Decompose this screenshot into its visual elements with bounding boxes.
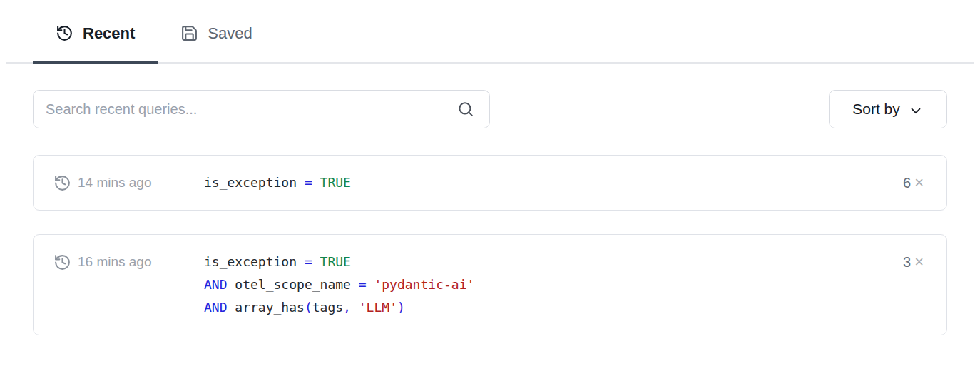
history-icon	[53, 253, 71, 271]
code-line: is_exception = TRUE	[204, 171, 903, 194]
query-meta: 14 mins ago	[53, 171, 204, 194]
search-input[interactable]	[33, 90, 490, 128]
tab-recent[interactable]: Recent	[33, 0, 158, 62]
query-card[interactable]: 16 mins ago is_exception = TRUEAND otel_…	[33, 234, 947, 335]
chevron-down-icon	[908, 103, 924, 118]
multiply-icon: ×	[914, 173, 924, 192]
query-card[interactable]: 14 mins ago is_exception = TRUE 6 ×	[33, 155, 947, 211]
recent-queries-panel: Recent Saved Sort by	[0, 0, 980, 335]
query-timestamp: 16 mins ago	[78, 254, 152, 270]
tab-recent-label: Recent	[83, 24, 135, 43]
query-code: is_exception = TRUE	[204, 171, 903, 194]
query-timestamp: 14 mins ago	[78, 175, 152, 191]
query-use-count: 3 ×	[903, 251, 924, 273]
query-use-count-number: 3	[903, 254, 911, 271]
history-icon	[56, 24, 73, 42]
code-line: is_exception = TRUE	[204, 251, 903, 273]
code-line: AND otel_scope_name = 'pydantic-ai'	[204, 273, 903, 296]
sort-by-button[interactable]: Sort by	[829, 90, 947, 128]
query-use-count-number: 6	[903, 175, 911, 191]
toolbar: Sort by	[0, 90, 980, 128]
search-box	[33, 90, 490, 128]
query-use-count: 6 ×	[903, 171, 924, 194]
tab-bar: Recent Saved	[6, 0, 974, 64]
tab-saved[interactable]: Saved	[158, 0, 275, 62]
tab-saved-label: Saved	[208, 24, 252, 43]
query-list: 14 mins ago is_exception = TRUE 6 × 16 m…	[0, 155, 980, 335]
save-icon	[180, 24, 198, 42]
sort-by-label: Sort by	[852, 101, 900, 118]
code-line: AND array_has(tags, 'LLM')	[204, 296, 903, 319]
query-code: is_exception = TRUEAND otel_scope_name =…	[204, 251, 903, 319]
multiply-icon: ×	[914, 253, 924, 271]
query-meta: 16 mins ago	[53, 251, 204, 273]
history-icon	[53, 174, 71, 192]
